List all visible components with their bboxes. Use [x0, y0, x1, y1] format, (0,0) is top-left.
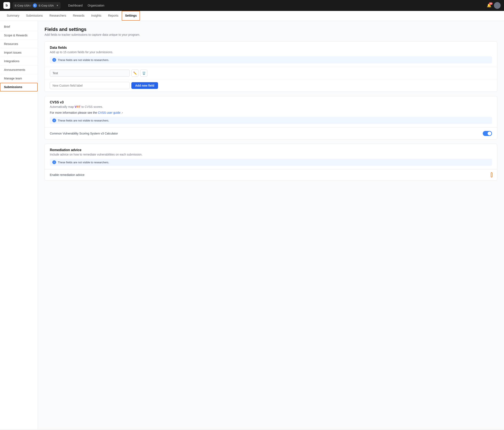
add-new-field-button[interactable]: Add new field — [131, 82, 158, 89]
remediation-toggle-highlight — [491, 173, 492, 177]
top-bar-right: 🔔 58 — [487, 2, 501, 9]
cvss-card: CVSS v3 Automatically map VRT to CVSS sc… — [45, 96, 497, 140]
avatar[interactable] — [494, 2, 501, 9]
data-fields-card: Data fields Add up to 15 custom fields f… — [45, 41, 497, 92]
sidebar-item-announcements[interactable]: Announcements — [0, 66, 38, 74]
layout: Brief Scope & Rewards Resources Import i… — [0, 21, 504, 429]
remediation-card: Remediation advice Include advice on how… — [45, 144, 497, 180]
cvss-info-text: These fields are not visible to research… — [58, 119, 109, 122]
cvss-toggle-label: Common Vulnerability Scoring System v3 C… — [50, 132, 118, 135]
remediation-description: Include advice on how to remediate vulne… — [50, 153, 492, 156]
dashboard-link[interactable]: Dashboard — [66, 3, 84, 8]
remediation-info-text: These fields are not visible to research… — [58, 161, 109, 164]
sidebar-item-brief[interactable]: Brief — [0, 22, 38, 31]
tab-insights[interactable]: Insights — [88, 11, 105, 21]
new-field-row: Add new field — [45, 79, 497, 92]
tab-reports[interactable]: Reports — [105, 11, 122, 21]
existing-field-input[interactable] — [50, 70, 130, 77]
cvss-info-icon: i — [52, 118, 56, 122]
new-custom-field-input[interactable] — [50, 82, 130, 89]
data-fields-info-box: i These fields are not visible to resear… — [50, 56, 492, 63]
remediation-info-icon: i — [52, 160, 56, 164]
external-link-icon: ↗ — [121, 112, 123, 114]
sidebar-item-manage-team[interactable]: Manage team — [0, 74, 38, 83]
sidebar-item-scope-rewards[interactable]: Scope & Rewards — [0, 31, 38, 40]
chevron-down-icon: ▼ — [56, 4, 59, 7]
app-logo[interactable]: b — [3, 2, 10, 9]
secondary-nav: Summary Submissions Researchers Rewards … — [0, 11, 504, 21]
cvss-toggle[interactable] — [483, 131, 492, 136]
org-icon: E — [33, 3, 37, 8]
remediation-toggle-label: Enable remediation advice — [50, 173, 84, 177]
org-path-text: E-Corp USA / — [15, 4, 31, 7]
edit-field-button[interactable]: ✏️ — [131, 70, 138, 77]
notification-badge: 58 — [489, 2, 493, 5]
cvss-toggle-slider — [483, 131, 492, 136]
cvss-title: CVSS v3 — [50, 100, 492, 104]
cvss-toggle-row: Common Vulnerability Scoring System v3 C… — [45, 127, 497, 139]
top-nav: Dashboard Organization — [66, 3, 106, 8]
tab-submissions[interactable]: Submissions — [23, 11, 46, 21]
vrt-logo: VRT — [75, 105, 81, 108]
remediation-toggle-row: Enable remediation advice — [45, 169, 497, 180]
main-content: Fields and settings Add fields to tracke… — [38, 21, 504, 429]
cvss-link-row: For more information please see the CVSS… — [50, 111, 492, 114]
sidebar-item-import-issues[interactable]: Import issues — [0, 48, 38, 57]
delete-field-button[interactable]: 🗑️ — [140, 70, 147, 77]
organization-link[interactable]: Organization — [86, 3, 106, 8]
remediation-info-box: i These fields are not visible to resear… — [50, 159, 492, 166]
remediation-header: Remediation advice Include advice on how… — [45, 144, 497, 169]
data-fields-header: Data fields Add up to 15 custom fields f… — [45, 42, 497, 67]
data-fields-info-text: These fields are not visible to research… — [58, 58, 109, 62]
org-selector[interactable]: E-Corp USA / E E-Corp USA ▼ — [13, 2, 61, 9]
tab-researchers[interactable]: Researchers — [46, 11, 69, 21]
sidebar-item-integrations[interactable]: Integrations — [0, 57, 38, 66]
org-name-text: E-Corp USA — [39, 4, 54, 7]
tab-summary[interactable]: Summary — [3, 11, 23, 21]
cvss-info-box: i These fields are not visible to resear… — [50, 117, 492, 124]
notifications-button[interactable]: 🔔 58 — [487, 3, 491, 8]
cvss-description: Automatically map VRT to CVSS scores. — [50, 105, 492, 108]
sidebar-item-submissions[interactable]: Submissions — [0, 83, 38, 91]
existing-field-row: ✏️ 🗑️ — [45, 67, 497, 79]
sidebar-item-resources[interactable]: Resources — [0, 40, 38, 48]
info-icon: i — [52, 58, 56, 62]
sidebar: Brief Scope & Rewards Resources Import i… — [0, 21, 38, 429]
remediation-title: Remediation advice — [50, 148, 492, 152]
tab-settings[interactable]: Settings — [122, 11, 140, 21]
cvss-header: CVSS v3 Automatically map VRT to CVSS sc… — [45, 96, 497, 127]
cvss-user-guide-link[interactable]: CVSS user guide — [98, 111, 120, 114]
page-subtitle: Add fields to tracker submissions to cap… — [45, 33, 497, 36]
top-bar: b E-Corp USA / E E-Corp USA ▼ Dashboard … — [0, 0, 504, 11]
tab-rewards[interactable]: Rewards — [70, 11, 88, 21]
data-fields-title: Data fields — [50, 46, 492, 50]
page-title: Fields and settings — [45, 27, 497, 32]
data-fields-description: Add up to 15 custom fields for your subm… — [50, 50, 492, 54]
